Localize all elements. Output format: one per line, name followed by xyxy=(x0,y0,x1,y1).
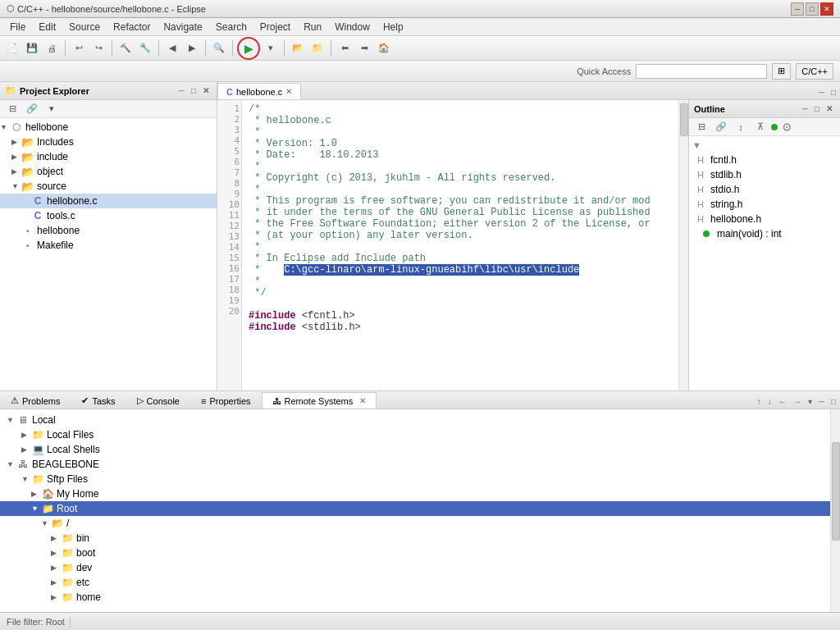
tree-item-makefile[interactable]: ▪ Makefile xyxy=(0,238,217,253)
remote-local-shells[interactable]: ▶ 💻 Local Shells xyxy=(0,442,830,457)
open-perspective-button[interactable]: ⊞ xyxy=(772,63,791,80)
print-button[interactable]: 🖨 xyxy=(43,39,61,57)
tab-properties[interactable]: ≡ Properties xyxy=(190,392,262,409)
remote-etc[interactable]: ▶ 📁 etc xyxy=(0,575,830,590)
scrollbar-thumb[interactable] xyxy=(680,103,688,136)
outline-item-stdio[interactable]: H stdio.h xyxy=(689,182,840,197)
menu-refactor[interactable]: Refactor xyxy=(107,20,157,34)
tab-console[interactable]: ▷ Console xyxy=(126,392,190,409)
search-file-button[interactable]: 🔍 xyxy=(210,39,228,57)
minimize-button[interactable]: ─ xyxy=(791,2,804,16)
remote-local-files[interactable]: ▶ 📁 Local Files xyxy=(0,427,830,442)
tree-item-object[interactable]: ▶ 📂 object xyxy=(0,164,217,179)
remote-sftp-files[interactable]: ▼ 📁 Sftp Files xyxy=(0,472,830,486)
remote-scrollbar-thumb[interactable] xyxy=(832,442,840,541)
outline-settings-icon[interactable]: ⚙ xyxy=(782,121,792,134)
remote-bin[interactable]: ▶ 📁 bin xyxy=(0,531,830,546)
save-button[interactable]: 💾 xyxy=(23,39,41,57)
outline-collapse-btn[interactable]: ⊟ xyxy=(692,118,710,136)
bottom-minimize-btn[interactable]: ─ xyxy=(816,396,827,407)
outline-item-main[interactable]: main(void) : int xyxy=(689,226,840,241)
next-button[interactable]: ▶ xyxy=(183,39,201,57)
outline-expand-row[interactable]: ▼ xyxy=(689,138,840,153)
menu-edit[interactable]: Edit xyxy=(32,20,62,34)
editor-tab-hellobone-c[interactable]: C hellobone.c ✕ xyxy=(217,83,301,99)
tab-remote-systems[interactable]: 🖧 Remote Systems ✕ xyxy=(262,392,377,409)
menu-source[interactable]: Source xyxy=(62,20,107,34)
outline-filter-btn[interactable]: ⊼ xyxy=(751,118,769,136)
close-button[interactable]: ✕ xyxy=(820,2,833,16)
bottom-toolbar-btn1[interactable]: ↑ xyxy=(755,396,764,407)
tree-item-hellobone-bin[interactable]: ▪ hellobone xyxy=(0,223,217,238)
menu-window[interactable]: Window xyxy=(328,20,377,34)
outline-close-btn[interactable]: ✕ xyxy=(824,103,835,114)
outline-minimize-btn[interactable]: ─ xyxy=(800,103,810,114)
outline-item-fcntl[interactable]: H fcntl.h xyxy=(689,153,840,167)
collapse-all-btn[interactable]: ⊟ xyxy=(3,100,21,118)
menu-run[interactable]: Run xyxy=(297,20,328,34)
bottom-maximize-btn[interactable]: □ xyxy=(829,396,838,407)
outline-link-btn[interactable]: 🔗 xyxy=(712,118,730,136)
explorer-maximize-btn[interactable]: □ xyxy=(189,85,199,96)
menu-help[interactable]: Help xyxy=(377,20,410,34)
open-project-button[interactable]: 📂 xyxy=(289,39,307,57)
remote-beaglebone[interactable]: ▼ 🖧 BEAGLEBONE xyxy=(0,457,830,472)
outline-label-string: string.h xyxy=(710,199,742,210)
bottom-toolbar-btn3[interactable]: ← xyxy=(776,396,789,407)
maximize-button[interactable]: □ xyxy=(806,2,819,16)
remote-local[interactable]: ▼ 🖥 Local xyxy=(0,413,830,427)
tab-close-icon[interactable]: ✕ xyxy=(285,87,292,96)
run-dropdown-button[interactable]: ▾ xyxy=(262,39,280,57)
tab-tasks-label: Tasks xyxy=(92,396,115,406)
bottom-toolbar-btn2[interactable]: ↓ xyxy=(765,396,774,407)
debug-build-button[interactable]: 🔧 xyxy=(136,39,154,57)
remote-home[interactable]: ▶ 📁 home xyxy=(0,590,830,605)
remote-scrollbar[interactable] xyxy=(830,409,840,612)
cpp-perspective-button[interactable]: C/C++ xyxy=(796,63,833,80)
remote-my-home[interactable]: ▶ 🏠 My Home xyxy=(0,486,830,501)
remote-dev[interactable]: ▶ 📁 dev xyxy=(0,560,830,575)
close-project-button[interactable]: 📁 xyxy=(308,39,326,57)
tree-item-source[interactable]: ▼ 📂 source xyxy=(0,179,217,194)
outline-item-stdlib[interactable]: H stdlib.h xyxy=(689,167,840,182)
menu-project[interactable]: Project xyxy=(253,20,297,34)
menu-file[interactable]: File xyxy=(3,20,32,34)
new-button[interactable]: 📄 xyxy=(3,39,21,57)
remote-boot[interactable]: ▶ 📁 boot xyxy=(0,546,830,560)
build-button[interactable]: 🔨 xyxy=(116,39,135,57)
remote-slash[interactable]: ▼ 📂 / xyxy=(0,516,830,531)
tree-item-hellobone[interactable]: ▼ ⬡ hellobone xyxy=(0,120,217,135)
outline-maximize-btn[interactable]: □ xyxy=(812,103,822,114)
tab-problems[interactable]: ⚠ Problems xyxy=(0,392,71,409)
tree-item-hellobone-c[interactable]: C hellobone.c xyxy=(0,194,217,208)
remote-root[interactable]: ▼ 📁 Root xyxy=(0,501,830,516)
tree-item-tools-c[interactable]: C tools.c xyxy=(0,208,217,223)
bottom-toolbar-btn5[interactable]: ▾ xyxy=(806,396,815,407)
redo-button[interactable]: ↪ xyxy=(89,39,107,57)
tree-item-includes[interactable]: ▶ 📂 Includes xyxy=(0,135,217,149)
undo-button[interactable]: ↩ xyxy=(70,39,88,57)
tab-remote-close-icon[interactable]: ✕ xyxy=(359,396,366,405)
tree-item-include[interactable]: ▶ 📂 include xyxy=(0,149,217,164)
menu-search[interactable]: Search xyxy=(209,20,253,34)
quickaccess-input[interactable] xyxy=(636,64,767,79)
prev-button[interactable]: ◀ xyxy=(163,39,181,57)
explorer-minimize-btn[interactable]: ─ xyxy=(176,85,187,96)
home-button[interactable]: 🏠 xyxy=(375,39,393,57)
editor-scrollbar[interactable] xyxy=(678,100,688,390)
run-button[interactable]: ▶ xyxy=(237,37,260,60)
tab-tasks[interactable]: ✔ Tasks xyxy=(71,392,126,409)
editor-minimize-btn[interactable]: ─ xyxy=(816,87,827,98)
explorer-close-btn[interactable]: ✕ xyxy=(200,85,212,96)
forward-nav-button[interactable]: ➡ xyxy=(355,39,373,57)
back-nav-button[interactable]: ⬅ xyxy=(336,39,354,57)
code-editor[interactable]: /* * hellobone.c * * Version: 1.0 * Date… xyxy=(242,100,678,390)
bottom-toolbar-btn4[interactable]: → xyxy=(791,396,804,407)
outline-item-string[interactable]: H string.h xyxy=(689,197,840,212)
menu-navigate[interactable]: Navigate xyxy=(157,20,208,34)
editor-maximize-btn[interactable]: □ xyxy=(829,87,838,98)
outline-sort-btn[interactable]: ↕ xyxy=(732,118,750,136)
outline-item-hellobone-h[interactable]: H hellobone.h xyxy=(689,212,840,226)
explorer-menu-btn[interactable]: ▾ xyxy=(43,100,61,118)
link-editor-btn[interactable]: 🔗 xyxy=(23,100,41,118)
